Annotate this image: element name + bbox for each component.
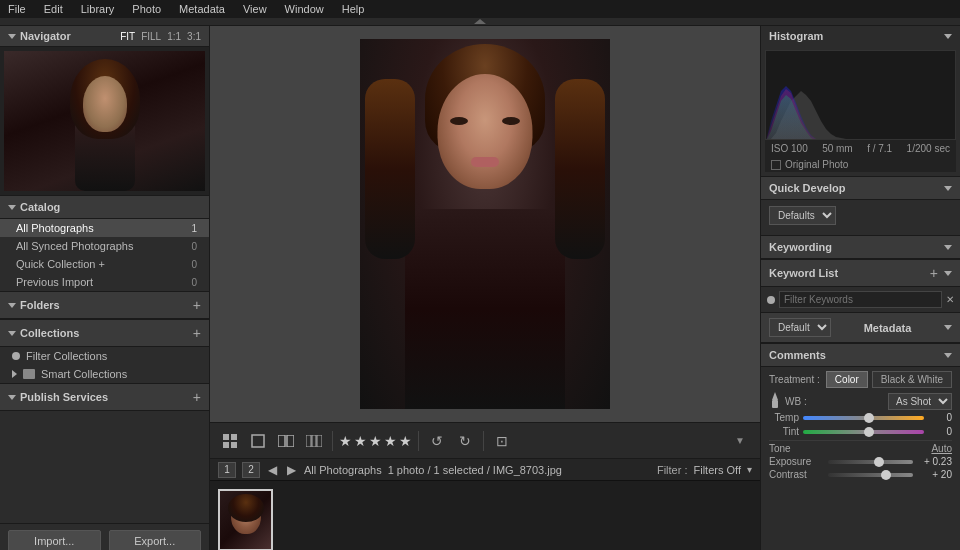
filmstrip-thumb-1[interactable] bbox=[218, 489, 273, 551]
catalog-item-label: Quick Collection + bbox=[16, 258, 105, 270]
folder-icon bbox=[23, 369, 35, 379]
toolbar-dropdown-btn[interactable]: ▼ bbox=[728, 429, 752, 453]
compare-view-btn[interactable] bbox=[274, 429, 298, 453]
temp-thumb[interactable] bbox=[864, 413, 874, 423]
keywording-collapse-icon bbox=[944, 245, 952, 250]
original-photo-checkbox[interactable] bbox=[771, 160, 781, 170]
keyword-list-add-btn[interactable]: + bbox=[930, 265, 938, 281]
temp-label: Temp bbox=[769, 412, 799, 423]
strip-prev-btn[interactable]: ◀ bbox=[266, 463, 279, 477]
histogram-canvas bbox=[765, 50, 956, 140]
filter-keywords-input[interactable] bbox=[779, 291, 942, 308]
star-3: ★ bbox=[369, 433, 382, 449]
svg-rect-9 bbox=[317, 435, 322, 447]
color-btn[interactable]: Color bbox=[826, 371, 868, 388]
bw-btn[interactable]: Black & White bbox=[872, 371, 952, 388]
publish-services-add-btn[interactable]: + bbox=[193, 389, 201, 405]
menu-edit[interactable]: Edit bbox=[40, 3, 67, 15]
metadata-default-select[interactable]: Default bbox=[769, 318, 831, 337]
menu-metadata[interactable]: Metadata bbox=[175, 3, 229, 15]
right-panel: Histogram bbox=[760, 26, 960, 550]
collection-filter[interactable]: Filter Collections bbox=[0, 347, 209, 365]
portrait-hair-left bbox=[365, 79, 415, 259]
portrait-right-eye bbox=[502, 117, 520, 125]
nav-opt-3to1[interactable]: 3:1 bbox=[187, 31, 201, 42]
eyedropper-icon[interactable] bbox=[769, 392, 781, 410]
contrast-thumb[interactable] bbox=[881, 470, 891, 480]
histogram-collapse-icon[interactable] bbox=[944, 34, 952, 39]
loupe-view-btn[interactable] bbox=[246, 429, 270, 453]
folders-add-btn[interactable]: + bbox=[193, 297, 201, 313]
import-button[interactable]: Import... bbox=[8, 530, 101, 550]
grid-view-btn[interactable] bbox=[218, 429, 242, 453]
tone-label: Tone bbox=[769, 443, 791, 454]
metadata-header[interactable]: Default Metadata bbox=[761, 312, 960, 343]
folders-header[interactable]: Folders + bbox=[0, 291, 209, 319]
comments-header[interactable]: Comments bbox=[761, 343, 960, 367]
collections-header[interactable]: Collections + bbox=[0, 319, 209, 347]
frame-btn[interactable]: ⊡ bbox=[490, 429, 514, 453]
collections-add-btn[interactable]: + bbox=[193, 325, 201, 341]
exposure-slider[interactable] bbox=[828, 460, 913, 464]
metadata-collapse-icon bbox=[944, 325, 952, 330]
contrast-slider[interactable] bbox=[828, 473, 913, 477]
star-rating[interactable]: ★ ★ ★ ★ ★ bbox=[339, 433, 412, 449]
keywording-header[interactable]: Keywording bbox=[761, 235, 960, 259]
catalog-item-all-photographs[interactable]: All Photographs 1 bbox=[0, 219, 209, 237]
catalog-item-synced[interactable]: All Synced Photographs 0 bbox=[0, 237, 209, 255]
export-button[interactable]: Export... bbox=[109, 530, 202, 550]
temp-slider[interactable] bbox=[803, 416, 924, 420]
loupe-view-icon bbox=[251, 434, 265, 448]
auto-btn[interactable]: Auto bbox=[931, 443, 952, 454]
left-panel: Navigator FIT FILL 1:1 3:1 bbox=[0, 26, 210, 550]
keyword-list-collapse-icon[interactable] bbox=[944, 271, 952, 276]
menu-help[interactable]: Help bbox=[338, 3, 369, 15]
tint-thumb[interactable] bbox=[864, 427, 874, 437]
nav-opt-fit[interactable]: FIT bbox=[120, 31, 135, 42]
survey-view-btn[interactable] bbox=[302, 429, 326, 453]
navigator-label: Navigator bbox=[20, 30, 71, 42]
svg-rect-1 bbox=[231, 434, 237, 440]
collection-smart[interactable]: Smart Collections bbox=[0, 365, 209, 383]
strip-photo-info: 1 photo / 1 selected / IMG_8703.jpg bbox=[388, 464, 562, 476]
menu-photo[interactable]: Photo bbox=[128, 3, 165, 15]
menu-view[interactable]: View bbox=[239, 3, 271, 15]
import-export-bar: Import... Export... bbox=[0, 523, 209, 550]
portrait-lips bbox=[471, 157, 499, 167]
keyword-list-header[interactable]: Keyword List + bbox=[761, 259, 960, 287]
exposure-thumb[interactable] bbox=[874, 457, 884, 467]
strip-num-1[interactable]: 1 bbox=[218, 462, 236, 478]
menu-window[interactable]: Window bbox=[281, 3, 328, 15]
menu-file[interactable]: File bbox=[4, 3, 30, 15]
rotate-left-btn[interactable]: ↺ bbox=[425, 429, 449, 453]
catalog-item-count: 1 bbox=[191, 223, 197, 234]
menu-library[interactable]: Library bbox=[77, 3, 119, 15]
nav-opt-fill[interactable]: FILL bbox=[141, 31, 161, 42]
tint-slider[interactable] bbox=[803, 430, 924, 434]
quick-develop-title: Quick Develop bbox=[769, 182, 845, 194]
defaults-select[interactable]: Defaults bbox=[769, 206, 836, 225]
center-area: ★ ★ ★ ★ ★ ↺ ↻ ⊡ ▼ 1 2 ◀ ▶ All Photograph… bbox=[210, 26, 760, 550]
publish-services-header[interactable]: Publish Services + bbox=[0, 383, 209, 411]
rotate-right-btn[interactable]: ↻ bbox=[453, 429, 477, 453]
navigator-title: Navigator bbox=[8, 30, 71, 42]
strip-next-btn[interactable]: ▶ bbox=[285, 463, 298, 477]
filter-label: Filter : bbox=[657, 464, 688, 476]
treatment-label: Treatment : bbox=[769, 374, 820, 385]
comments-collapse-icon bbox=[944, 353, 952, 358]
portrait-face bbox=[438, 74, 533, 189]
catalog-header[interactable]: Catalog bbox=[0, 195, 209, 219]
nav-opt-1to1[interactable]: 1:1 bbox=[167, 31, 181, 42]
filter-dropdown-btn[interactable]: ▾ bbox=[747, 464, 752, 475]
keyword-search-icon[interactable]: ✕ bbox=[946, 294, 954, 305]
strip-num-2[interactable]: 2 bbox=[242, 462, 260, 478]
quick-develop-header[interactable]: Quick Develop bbox=[761, 176, 960, 200]
catalog-item-quick-collection[interactable]: Quick Collection + 0 bbox=[0, 255, 209, 273]
navigator-preview bbox=[0, 47, 209, 195]
wb-as-shot-select[interactable]: As Shot bbox=[888, 393, 952, 410]
navigator-collapse-icon[interactable] bbox=[8, 34, 16, 39]
tone-row: Tone Auto bbox=[769, 440, 952, 454]
top-collapse-arrow[interactable] bbox=[0, 18, 960, 26]
toolbar-separator-2 bbox=[418, 431, 419, 451]
catalog-item-previous-import[interactable]: Previous Import 0 bbox=[0, 273, 209, 291]
